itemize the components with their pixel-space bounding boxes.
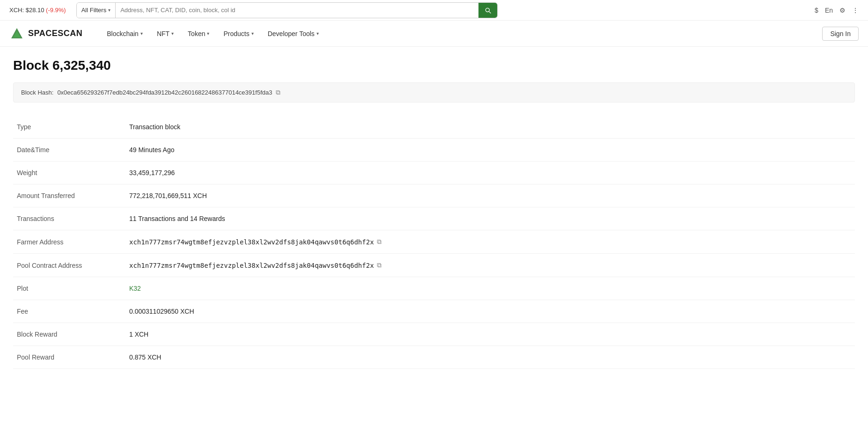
field-value: 33,459,177,296 — [125, 162, 855, 184]
copy-address-icon[interactable]: ⧉ — [377, 238, 382, 246]
chevron-down-icon: ▾ — [251, 31, 254, 36]
field-label: Pool Contract Address — [13, 254, 125, 277]
nav-products[interactable]: Products ▾ — [218, 27, 259, 40]
copy-hash-icon[interactable]: ⧉ — [276, 88, 280, 96]
field-label: Plot — [13, 277, 125, 300]
page-content: Block 6,325,340 Block Hash: 0x0eca656293… — [0, 47, 868, 380]
main-nav: Blockchain ▾ NFT ▾ Token ▾ Products ▾ De… — [101, 27, 822, 40]
field-label: Transactions — [13, 207, 125, 230]
page-title: Block 6,325,340 — [13, 58, 855, 73]
field-label: Fee — [13, 300, 125, 323]
search-icon — [484, 7, 492, 14]
field-value: xch1n777zmsr74wgtm8efjezvzplel38xl2wv2df… — [125, 254, 855, 277]
signin-button[interactable]: Sign In — [822, 27, 859, 41]
chevron-down-icon: ▾ — [316, 31, 319, 36]
table-row: TypeTransaction block — [13, 116, 855, 139]
field-value: K32 — [125, 277, 855, 300]
brand-logo[interactable]: SPACESCAN — [9, 26, 82, 41]
xch-price: XCH: $28.10 (-9.9%) — [9, 7, 66, 14]
table-row: Farmer Addressxch1n777zmsr74wgtm8efjezvz… — [13, 230, 855, 254]
table-row: Pool Contract Addressxch1n777zmsr74wgtm8… — [13, 254, 855, 277]
address-text: xch1n777zmsr74wgtm8efjezvzplel38xl2wv2df… — [129, 238, 374, 246]
filter-label: All Filters — [81, 7, 106, 14]
field-label: Type — [13, 116, 125, 139]
table-row: Block Reward1 XCH — [13, 323, 855, 346]
address-container: xch1n777zmsr74wgtm8efjezvzplel38xl2wv2df… — [129, 238, 851, 246]
search-bar: All Filters ▾ — [76, 2, 498, 18]
field-value: 0.000311029650 XCH — [125, 300, 855, 323]
topbar-right: $ En ⚙ ⋮ — [815, 7, 859, 14]
copy-address-icon[interactable]: ⧉ — [377, 261, 382, 269]
navbar: SPACESCAN Blockchain ▾ NFT ▾ Token ▾ Pro… — [0, 21, 868, 47]
chevron-down-icon: ▾ — [140, 31, 143, 36]
nav-token[interactable]: Token ▾ — [182, 27, 215, 40]
field-value: Transaction block — [125, 116, 855, 139]
address-container: xch1n777zmsr74wgtm8efjezvzplel38xl2wv2df… — [129, 261, 851, 269]
field-label: Date&Time — [13, 139, 125, 162]
field-value: 49 Minutes Ago — [125, 139, 855, 162]
field-label: Block Reward — [13, 323, 125, 346]
field-value: 0.875 XCH — [125, 346, 855, 369]
table-row: Transactions11 Transactions and 14 Rewar… — [13, 207, 855, 230]
hash-label: Block Hash: — [21, 89, 53, 96]
field-label: Pool Reward — [13, 346, 125, 369]
logo-icon — [9, 26, 24, 41]
more-menu-icon[interactable]: ⋮ — [852, 7, 859, 14]
chevron-down-icon: ▾ — [171, 31, 174, 36]
hash-value: 0x0eca656293267f7edb24bc294fda3912b42c26… — [57, 89, 272, 96]
nav-blockchain[interactable]: Blockchain ▾ — [101, 27, 148, 40]
nav-developer-tools[interactable]: Developer Tools ▾ — [262, 27, 324, 40]
table-row: Amount Transferred772,218,701,669,511 XC… — [13, 184, 855, 207]
block-hash-bar: Block Hash: 0x0eca656293267f7edb24bc294f… — [13, 82, 855, 103]
field-label: Farmer Address — [13, 230, 125, 254]
chevron-down-icon: ▾ — [108, 7, 110, 13]
field-value: 1 XCH — [125, 323, 855, 346]
table-row: Weight33,459,177,296 — [13, 162, 855, 184]
field-value: xch1n777zmsr74wgtm8efjezvzplel38xl2wv2df… — [125, 230, 855, 254]
field-label: Amount Transferred — [13, 184, 125, 207]
search-button[interactable] — [478, 3, 497, 18]
topbar: XCH: $28.10 (-9.9%) All Filters ▾ $ En ⚙… — [0, 0, 868, 21]
block-info-table: TypeTransaction blockDate&Time49 Minutes… — [13, 116, 855, 369]
nav-nft[interactable]: NFT ▾ — [151, 27, 179, 40]
table-row: Fee0.000311029650 XCH — [13, 300, 855, 323]
field-link[interactable]: K32 — [129, 285, 141, 292]
filter-dropdown[interactable]: All Filters ▾ — [77, 3, 116, 18]
table-row: Pool Reward0.875 XCH — [13, 346, 855, 369]
field-label: Weight — [13, 162, 125, 184]
language-selector[interactable]: En — [825, 7, 833, 14]
table-row: PlotK32 — [13, 277, 855, 300]
price-change: (-9.9%) — [46, 7, 66, 14]
search-input[interactable] — [116, 3, 478, 18]
chevron-down-icon: ▾ — [207, 31, 209, 36]
table-row: Date&Time49 Minutes Ago — [13, 139, 855, 162]
field-value: 772,218,701,669,511 XCH — [125, 184, 855, 207]
price-value: XCH: $28.10 — [9, 7, 44, 14]
currency-selector[interactable]: $ — [815, 7, 818, 14]
address-text: xch1n777zmsr74wgtm8efjezvzplel38xl2wv2df… — [129, 262, 374, 269]
settings-icon[interactable]: ⚙ — [839, 7, 846, 14]
brand-name: SPACESCAN — [28, 29, 82, 38]
field-value: 11 Transactions and 14 Rewards — [125, 207, 855, 230]
